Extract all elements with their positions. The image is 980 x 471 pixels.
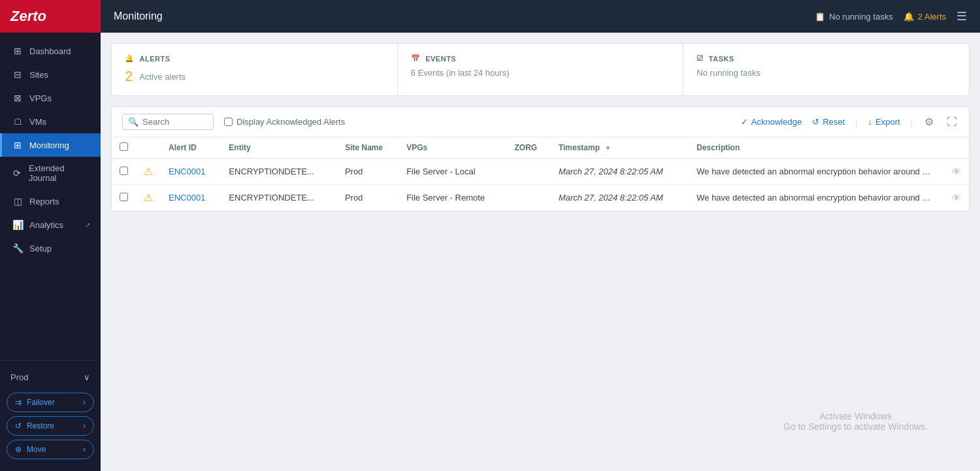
alerts-count-row: 2 Active alerts xyxy=(125,68,384,85)
row-vpgs: File Server - Local xyxy=(399,159,506,185)
row-entity: ENCRYPTIONDETE... xyxy=(221,159,337,185)
search-icon: 🔍 xyxy=(128,117,139,127)
eye-icon[interactable]: 👁 xyxy=(952,167,961,177)
sidebar-item-dashboard[interactable]: ⊞ Dashboard xyxy=(0,39,101,63)
sidebar-env[interactable]: Prod ∨ xyxy=(0,367,101,387)
settings-icon-button[interactable]: ⚙ xyxy=(923,114,935,129)
sidebar-item-sites[interactable]: ⊟ Sites xyxy=(0,63,101,86)
search-box[interactable]: 🔍 xyxy=(122,114,214,130)
search-input[interactable] xyxy=(142,117,208,127)
table-row: ⚠ ENC0001 ENCRYPTIONDETE... Prod File Se… xyxy=(112,159,969,185)
sidebar-item-setup[interactable]: 🔧Setup xyxy=(0,236,101,260)
alerts-toolbar: 🔍 Display Acknowledged Alerts ✓ Acknowle… xyxy=(112,107,969,137)
display-acknowledged-checkbox[interactable] xyxy=(224,118,233,126)
sidebar: Zerto ⊞ Dashboard ⊟ Sites ⊠ VPGs ☖ VMs ⊞… xyxy=(0,0,101,471)
sidebar-nav: ⊞ Dashboard ⊟ Sites ⊠ VPGs ☖ VMs ⊞ Monit… xyxy=(0,33,101,360)
move-icon: ⊕ xyxy=(15,445,22,454)
chevron-right-icon: › xyxy=(83,445,86,454)
sidebar-item-vpgs[interactable]: ⊠ VPGs xyxy=(0,86,101,110)
col-header-eye xyxy=(944,137,969,159)
sidebar-item-label: VMs xyxy=(29,117,46,127)
reset-label: Reset xyxy=(823,117,845,127)
row-timestamp: March 27, 2024 8:22:05 AM xyxy=(551,185,689,211)
sort-arrow-icon: ▼ xyxy=(604,144,611,152)
toolbar-separator-2: | xyxy=(911,117,913,127)
col-header-alert-id: Alert ID xyxy=(161,137,221,159)
row-site-name: Prod xyxy=(337,159,399,185)
row-checkbox[interactable] xyxy=(120,167,128,175)
col-header-timestamp[interactable]: Timestamp ▼ xyxy=(551,137,689,159)
topbar-alerts[interactable]: 🔔 2 Alerts xyxy=(904,12,946,22)
col-header-zorg: ZORG xyxy=(506,137,550,159)
sidebar-item-label: VPGs xyxy=(29,93,52,103)
alerts-table: Alert ID Entity Site Name VPGs ZORG xyxy=(112,137,969,211)
col-header-description: Description xyxy=(689,137,944,159)
checkbox-icon: ☑ xyxy=(696,54,704,63)
sidebar-logo[interactable]: Zerto xyxy=(0,0,101,33)
alerts-count: 2 xyxy=(125,68,133,85)
sidebar-item-analytics[interactable]: 📊 Analytics ↗ xyxy=(0,213,101,236)
row-eye-cell: 👁 xyxy=(944,159,969,185)
failover-button[interactable]: ⇉ Failover › xyxy=(7,393,94,412)
row-alert-id: ENC0001 xyxy=(161,159,221,185)
toolbar-right: ✓ Acknowledge ↺ Reset | ↓ Export | ⚙ ⛶ xyxy=(741,114,958,129)
page-title: Monitoring xyxy=(114,10,802,22)
move-label: Move xyxy=(27,445,46,454)
move-button[interactable]: ⊕ Move › xyxy=(7,440,94,459)
tasks-card-header: ☑ TASKS xyxy=(696,54,956,63)
sidebar-item-label: Reports xyxy=(29,197,59,206)
eye-icon[interactable]: 👁 xyxy=(952,193,961,203)
alerts-table-body: ⚠ ENC0001 ENCRYPTIONDETE... Prod File Se… xyxy=(112,159,969,211)
vms-icon: ☖ xyxy=(12,116,23,127)
sidebar-item-monitoring[interactable]: ⊞ Monitoring xyxy=(0,133,101,157)
restore-icon: ↺ xyxy=(15,421,22,430)
sidebar-item-vms[interactable]: ☖ VMs xyxy=(0,110,101,133)
select-all-checkbox[interactable] xyxy=(120,142,128,151)
alerts-bell-icon: 🔔 xyxy=(904,12,914,22)
analytics-icon: 📊 xyxy=(12,219,23,230)
topbar-tasks: 📋 No running tasks xyxy=(815,12,893,22)
sidebar-item-label: Analytics xyxy=(29,220,63,230)
row-entity: ENCRYPTIONDETE... xyxy=(221,185,337,211)
row-zorg xyxy=(506,159,550,185)
summary-cards: 🔔 ALERTS 2 Active alerts 📅 EVENTS 6 Even… xyxy=(111,43,970,96)
export-button[interactable]: ↓ Export xyxy=(868,117,900,127)
col-header-check xyxy=(112,137,136,159)
topbar-menu-icon[interactable]: ☰ xyxy=(956,9,967,24)
export-icon: ↓ xyxy=(868,117,873,127)
external-link-icon: ↗ xyxy=(85,221,90,229)
sidebar-item-reports[interactable]: ◫ Reports xyxy=(0,189,101,213)
tasks-icon: 📋 xyxy=(815,12,825,22)
sidebar-item-extended-journal[interactable]: ⟳ Extended Journal xyxy=(0,157,101,189)
dashboard-icon: ⊞ xyxy=(12,46,23,56)
topbar: Monitoring 📋 No running tasks 🔔 2 Alerts… xyxy=(101,0,980,33)
col-header-entity: Entity xyxy=(221,137,337,159)
topbar-right: 📋 No running tasks 🔔 2 Alerts ☰ xyxy=(815,9,967,24)
export-label: Export xyxy=(875,117,900,127)
acknowledge-icon: ✓ xyxy=(741,117,748,127)
acknowledge-button[interactable]: ✓ Acknowledge xyxy=(741,117,802,127)
alerts-card: 🔔 ALERTS 2 Active alerts xyxy=(112,44,398,95)
sidebar-item-label: Sites xyxy=(29,70,48,80)
expand-icon-button[interactable]: ⛶ xyxy=(945,115,958,129)
table-row: ⚠ ENC0001 ENCRYPTIONDETE... Prod File Se… xyxy=(112,185,969,211)
failover-icon: ⇉ xyxy=(15,398,22,407)
tasks-label: No running tasks xyxy=(829,12,893,22)
row-timestamp: March 27, 2024 8:22:05 AM xyxy=(551,159,689,185)
row-eye-cell: 👁 xyxy=(944,185,969,211)
row-checkbox[interactable] xyxy=(120,193,128,201)
display-acknowledged-label[interactable]: Display Acknowledged Alerts xyxy=(224,117,345,127)
alerts-card-label: ALERTS xyxy=(140,55,171,63)
sidebar-bottom: Prod ∨ ⇉ Failover › ↺ Restore › ⊕ Move › xyxy=(0,360,101,471)
toolbar-separator: | xyxy=(855,117,857,127)
row-checkbox-cell xyxy=(112,159,136,185)
sidebar-actions: ⇉ Failover › ↺ Restore › ⊕ Move › xyxy=(0,387,101,464)
active-alerts-label: Active alerts xyxy=(139,72,186,82)
row-vpgs: File Server - Remote xyxy=(399,185,506,211)
row-checkbox-cell xyxy=(112,185,136,211)
restore-button[interactable]: ↺ Restore › xyxy=(7,416,94,436)
row-site-name: Prod xyxy=(337,185,399,211)
chevron-right-icon: › xyxy=(83,398,86,407)
acknowledge-label: Acknowledge xyxy=(751,117,802,127)
reset-button[interactable]: ↺ Reset xyxy=(812,117,845,127)
